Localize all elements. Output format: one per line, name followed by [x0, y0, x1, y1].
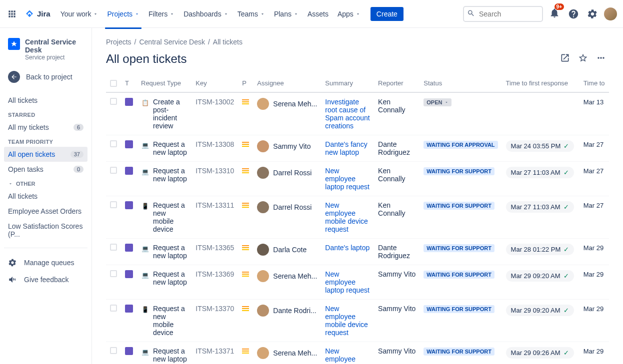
row-checkbox[interactable] — [110, 98, 117, 105]
nav-filters[interactable]: Filters — [144, 7, 178, 21]
priority-icon — [242, 167, 249, 174]
back-to-project[interactable]: Back to project — [4, 67, 88, 87]
column-header[interactable]: Reporter — [374, 75, 420, 92]
nav-projects[interactable]: Projects — [103, 7, 144, 21]
summary-link[interactable]: New employee laptop request — [325, 167, 370, 191]
issue-key[interactable]: ITSM-13002 — [196, 98, 234, 106]
summary-link[interactable]: New employee mobile device request — [325, 305, 368, 337]
jira-logo[interactable]: Jira — [24, 8, 50, 19]
table-row[interactable]: 💻Request a new laptop ITSM-13369 Serena … — [106, 265, 609, 300]
status-badge[interactable]: WAITING FOR SUPPORT — [424, 348, 494, 356]
avatar — [257, 270, 269, 282]
request-type: 📋Create a post-incident review — [141, 98, 188, 130]
column-header[interactable]: Time to first response — [502, 75, 580, 92]
summary-link[interactable]: Dante's fancy new laptop — [325, 140, 367, 156]
column-header[interactable]: Status — [420, 75, 502, 92]
type-icon — [125, 201, 133, 209]
row-checkbox[interactable] — [110, 201, 117, 208]
chevron-down-icon — [224, 11, 228, 16]
table-row[interactable]: 📱Request a new mobile device ITSM-13370 … — [106, 300, 609, 342]
summary-link[interactable]: New employee laptop request — [325, 347, 370, 364]
nav-plans[interactable]: Plans — [270, 7, 302, 21]
table-row[interactable]: 💻Request a new laptop ITSM-13371 Serena … — [106, 342, 609, 364]
sidebar-item-low-satisfaction-scores-p-[interactable]: Low Satisfaction Scores (P... — [4, 219, 88, 242]
row-checkbox[interactable] — [110, 140, 117, 147]
manage-queues[interactable]: Manage queues — [4, 254, 88, 271]
sidebar-item-all-my-tickets[interactable]: All my tickets6 — [4, 120, 88, 135]
sidebar-item-all-tickets[interactable]: All tickets — [4, 189, 88, 204]
column-header[interactable]: Assignee — [253, 75, 321, 92]
nav-your-work[interactable]: Your work — [56, 7, 102, 21]
issue-key[interactable]: ITSM-13308 — [196, 140, 234, 148]
row-checkbox[interactable] — [110, 244, 117, 251]
avatar — [257, 98, 269, 110]
table-row[interactable]: 💻Request a new laptop ITSM-13365 Darla C… — [106, 239, 609, 265]
summary-link[interactable]: New employee mobile device request — [325, 201, 368, 233]
external-link-icon[interactable] — [557, 50, 573, 67]
nav-assets[interactable]: Assets — [304, 7, 332, 21]
checkbox-all[interactable] — [110, 80, 117, 87]
project-icon — [8, 38, 20, 50]
breadcrumb-item[interactable]: Projects — [106, 38, 132, 46]
sidebar-item-employee-asset-orders[interactable]: Employee Asset Orders — [4, 204, 88, 219]
status-badge[interactable]: WAITING FOR SUPPORT — [424, 167, 494, 175]
issue-key[interactable]: ITSM-13311 — [196, 201, 234, 209]
row-checkbox[interactable] — [110, 305, 117, 312]
summary-link[interactable]: Investigate root cause of Spam account c… — [325, 98, 370, 130]
create-button[interactable]: Create — [370, 7, 404, 21]
assignee: Serena Meh... — [257, 270, 317, 282]
column-header[interactable]: T — [121, 75, 137, 92]
user-avatar[interactable] — [604, 7, 617, 20]
give-feedback[interactable]: Give feedback — [4, 271, 88, 288]
status-badge[interactable]: WAITING FOR SUPPORT — [424, 202, 494, 210]
table-row[interactable]: 📋Create a post-incident review ITSM-1300… — [106, 92, 609, 135]
summary-link[interactable]: Dante's laptop — [325, 244, 370, 252]
column-header[interactable]: P — [238, 75, 253, 92]
notifications-icon[interactable]: 9+ — [547, 5, 562, 22]
issue-key[interactable]: ITSM-13371 — [196, 347, 234, 355]
breadcrumb-item[interactable]: Central Service Desk — [139, 38, 205, 46]
table-row[interactable]: 💻Request a new laptop ITSM-13310 Darrel … — [106, 162, 609, 196]
reporter: Ken Connally — [374, 162, 420, 196]
star-icon[interactable] — [575, 50, 591, 67]
time-pill: Mar 27 11:03 AM✓ — [506, 201, 574, 213]
app-switcher-icon[interactable] — [6, 8, 18, 20]
settings-icon[interactable] — [585, 6, 600, 21]
priority-icon — [242, 201, 249, 208]
breadcrumb-item[interactable]: All tickets — [213, 38, 242, 46]
section-other-toggle[interactable]: OTHER — [4, 177, 88, 189]
column-header[interactable]: Time to — [580, 75, 609, 92]
sidebar-all-tickets[interactable]: All tickets — [4, 93, 88, 108]
issue-key[interactable]: ITSM-13369 — [196, 270, 234, 278]
nav-teams[interactable]: Teams — [234, 7, 269, 21]
row-checkbox[interactable] — [110, 347, 117, 354]
sidebar-item-all-open-tickets[interactable]: All open tickets37 — [4, 147, 88, 162]
issue-key[interactable]: ITSM-13310 — [196, 167, 234, 175]
issue-key[interactable]: ITSM-13370 — [196, 305, 234, 313]
back-arrow-icon — [8, 71, 20, 83]
search-input[interactable] — [463, 6, 543, 22]
column-header[interactable] — [106, 75, 121, 92]
status-badge[interactable]: OPEN — [424, 98, 451, 106]
nav-apps[interactable]: Apps — [334, 7, 364, 21]
issue-key[interactable]: ITSM-13365 — [196, 244, 234, 252]
help-icon[interactable] — [566, 6, 581, 21]
status-badge[interactable]: WAITING FOR SUPPORT — [424, 271, 494, 279]
row-checkbox[interactable] — [110, 167, 117, 174]
row-checkbox[interactable] — [110, 270, 117, 277]
table-row[interactable]: 💻Request a new laptop ITSM-13308 Sammy V… — [106, 135, 609, 162]
status-badge[interactable]: WAITING FOR APPROVAL — [424, 141, 498, 149]
check-icon: ✓ — [564, 246, 569, 253]
summary-link[interactable]: New employee laptop request — [325, 270, 370, 294]
svg-rect-3 — [242, 142, 249, 143]
more-icon[interactable] — [593, 50, 609, 67]
column-header[interactable]: Summary — [321, 75, 374, 92]
nav-dashboards[interactable]: Dashboards — [180, 7, 232, 21]
sidebar-item-open-tasks[interactable]: Open tasks0 — [4, 162, 88, 177]
status-badge[interactable]: WAITING FOR SUPPORT — [424, 244, 494, 252]
status-badge[interactable]: WAITING FOR SUPPORT — [424, 305, 494, 313]
column-header[interactable]: Request Type — [137, 75, 192, 92]
table-row[interactable]: 📱Request a new mobile device ITSM-13311 … — [106, 196, 609, 239]
time-resolution: Mar 27 — [584, 141, 604, 148]
column-header[interactable]: Key — [192, 75, 238, 92]
